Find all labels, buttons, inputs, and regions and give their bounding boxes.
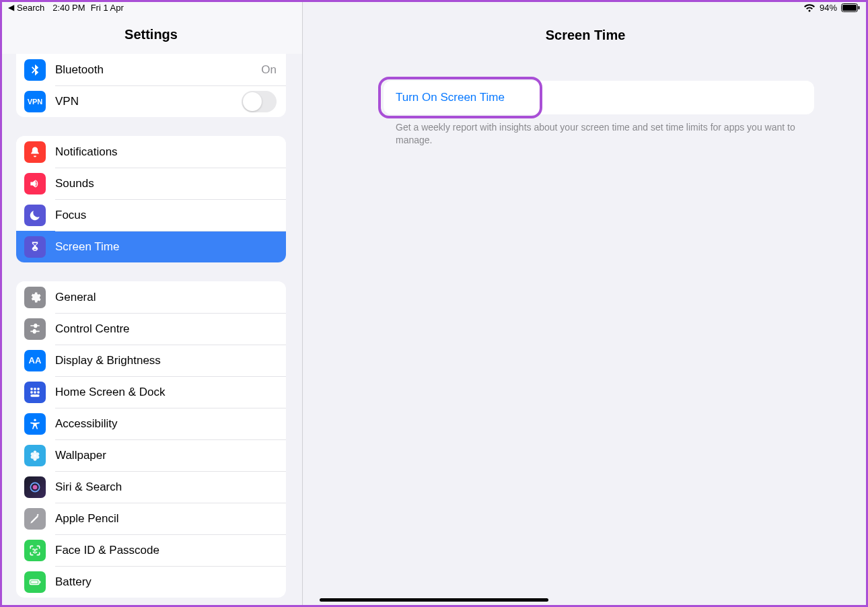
sidebar-item-sounds[interactable]: Sounds [16, 168, 286, 199]
moon-icon [24, 205, 46, 226]
sliders-icon [24, 318, 46, 340]
home-indicator[interactable] [320, 598, 548, 602]
row-label: Bluetooth [55, 63, 252, 77]
svg-rect-18 [40, 581, 41, 583]
svg-rect-8 [37, 391, 39, 393]
svg-point-10 [34, 419, 36, 421]
row-label: Notifications [55, 145, 277, 159]
svg-rect-5 [37, 388, 39, 390]
sidebar-item-accessibility[interactable]: Accessibility [16, 408, 286, 439]
svg-rect-9 [30, 394, 39, 396]
grid-icon [24, 382, 46, 403]
status-time: 2:40 PM [52, 3, 85, 13]
row-label: VPN [55, 95, 232, 108]
detail-footer-text: Get a weekly report with insights about … [384, 114, 814, 147]
vpn-toggle[interactable] [242, 91, 277, 112]
sidebar-scroll[interactable]: Bluetooth On VPN VPN Notifications [0, 54, 302, 607]
faceid-icon [24, 540, 46, 561]
row-label: Accessibility [55, 417, 277, 431]
status-bar: ◀ Search 2:40 PM Fri 1 Apr 94% [0, 0, 868, 15]
sidebar-item-wallpaper[interactable]: Wallpaper [16, 439, 286, 471]
sidebar-item-home-screen[interactable]: Home Screen & Dock [16, 376, 286, 408]
flower-icon [24, 445, 46, 466]
svg-rect-7 [34, 391, 36, 393]
row-label: Siri & Search [55, 480, 277, 494]
svg-rect-17 [31, 581, 38, 583]
row-label: General [55, 291, 277, 304]
accessibility-icon [24, 413, 46, 435]
svg-rect-1 [842, 5, 857, 11]
svg-point-15 [36, 548, 37, 549]
row-label: Face ID & Passcode [55, 544, 277, 557]
bluetooth-status: On [261, 63, 277, 77]
battery-percentage: 94% [820, 3, 837, 13]
row-label: Sounds [55, 177, 277, 190]
sidebar-item-screen-time[interactable]: Screen Time [16, 231, 286, 262]
wifi-icon [803, 3, 816, 12]
back-chevron-icon[interactable]: ◀ [8, 3, 14, 12]
speaker-icon [24, 173, 46, 194]
svg-rect-3 [30, 388, 32, 390]
battery-icon [841, 3, 860, 12]
detail-title: Screen Time [546, 28, 626, 43]
row-label: Display & Brightness [55, 354, 277, 367]
svg-rect-2 [859, 6, 860, 9]
row-label: Wallpaper [55, 449, 277, 462]
sidebar-item-focus[interactable]: Focus [16, 199, 286, 231]
status-back-label[interactable]: Search [17, 3, 44, 13]
sidebar-item-general[interactable]: General [16, 281, 286, 313]
sidebar: Settings Bluetooth On VPN VPN [0, 0, 303, 607]
sidebar-item-control-centre[interactable]: Control Centre [16, 313, 286, 345]
sidebar-item-apple-pencil[interactable]: Apple Pencil [16, 503, 286, 534]
hourglass-icon [24, 236, 46, 258]
svg-rect-6 [30, 391, 32, 393]
sidebar-item-vpn[interactable]: VPN VPN [16, 85, 286, 117]
sidebar-item-battery[interactable]: Battery [16, 566, 286, 598]
row-label: Battery [55, 575, 277, 589]
sidebar-item-notifications[interactable]: Notifications [16, 136, 286, 168]
siri-icon [24, 476, 46, 498]
sidebar-section-general: General Control Centre AA Display & Brig… [16, 281, 286, 598]
sidebar-section-connectivity: Bluetooth On VPN VPN [16, 54, 286, 117]
sidebar-section-notifications: Notifications Sounds Focus [16, 136, 286, 262]
battery-row-icon [24, 571, 46, 593]
turn-on-screen-time-button[interactable]: Turn On Screen Time [384, 81, 814, 114]
row-label: Focus [55, 209, 277, 222]
sidebar-item-faceid[interactable]: Face ID & Passcode [16, 534, 286, 566]
vpn-icon: VPN [24, 91, 46, 112]
row-label: Control Centre [55, 322, 277, 336]
detail-pane: Screen Time Turn On Screen Time Get a we… [303, 0, 868, 607]
row-label: Screen Time [55, 240, 277, 254]
row-label: Apple Pencil [55, 512, 277, 526]
sidebar-item-display[interactable]: AA Display & Brightness [16, 345, 286, 376]
svg-rect-4 [34, 388, 36, 390]
bluetooth-icon [24, 59, 46, 81]
sidebar-title: Settings [124, 27, 178, 42]
svg-point-14 [33, 548, 34, 549]
sidebar-item-siri[interactable]: Siri & Search [16, 471, 286, 503]
pencil-icon [24, 508, 46, 530]
text-size-icon: AA [24, 350, 46, 371]
status-date: Fri 1 Apr [91, 3, 124, 13]
svg-point-13 [33, 485, 38, 489]
sidebar-item-bluetooth[interactable]: Bluetooth On [16, 54, 286, 85]
turn-on-label: Turn On Screen Time [396, 91, 505, 104]
gear-icon [24, 287, 46, 308]
bell-icon [24, 141, 46, 163]
row-label: Home Screen & Dock [55, 386, 277, 399]
